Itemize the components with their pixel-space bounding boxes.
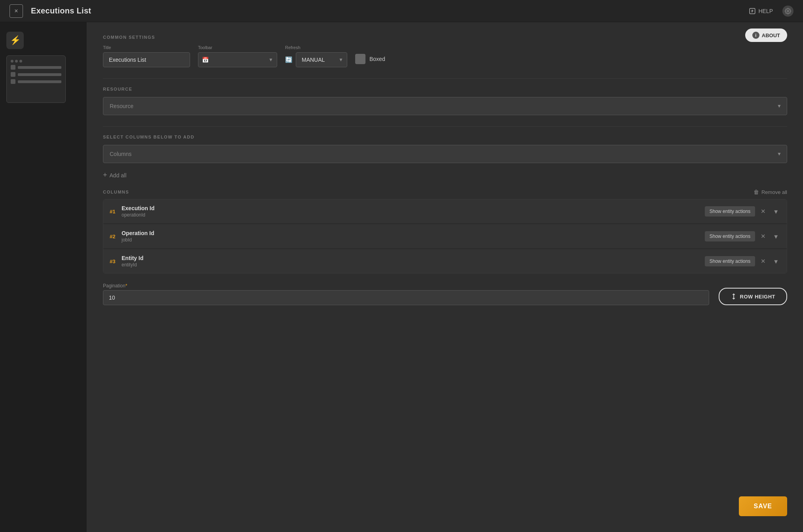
close-icon: × (14, 8, 18, 15)
refresh-field-group: Refresh 🔄 MANUAL AUTO ▼ (285, 45, 347, 67)
column-row-1: #1 Execution Id operationId Show entity … (103, 200, 787, 224)
show-entity-button-2[interactable]: Show entity actions (705, 231, 755, 241)
content-area: i ABOUT COMMON SETTINGS Title Toolbar 📅 (87, 22, 803, 532)
col-close-button-3[interactable]: ✕ (759, 257, 767, 266)
row-height-icon (731, 293, 737, 300)
preview-dot-1 (11, 60, 13, 63)
col-actions-1: Show entity actions ✕ ▼ (705, 206, 780, 217)
preview-dot-3 (19, 60, 22, 63)
col-field-1: operationId (122, 212, 705, 218)
col-close-button-2[interactable]: ✕ (759, 232, 767, 241)
columns-selector-row: Columns ▼ (103, 145, 787, 163)
sidebar: ⚡ (0, 22, 87, 532)
col-field-3: entityId (122, 262, 705, 268)
col-expand-button-1[interactable]: ▼ (771, 207, 780, 216)
help-icon (749, 8, 756, 15)
lightning-icon: ⚡ (10, 35, 21, 46)
col-close-button-1[interactable]: ✕ (759, 207, 767, 216)
columns-header: COLUMNS 🗑 Remove all (103, 189, 787, 195)
col-info-1: Execution Id operationId (122, 205, 705, 218)
title-input[interactable] (103, 52, 190, 67)
resource-select-wrapper: Resource ▼ (103, 97, 787, 115)
select-columns-label: SELECT COLUMNS BELOW TO ADD (103, 135, 787, 139)
pagination-input[interactable] (103, 290, 709, 305)
preview-dot-2 (15, 60, 18, 63)
page-title: Executions List (31, 6, 91, 15)
preview-line-2 (18, 73, 61, 76)
resource-section-label: RESOURCE (103, 87, 787, 91)
col-number-3: #3 (110, 258, 122, 264)
common-settings-label: COMMON SETTINGS (103, 35, 787, 40)
col-number-2: #2 (110, 234, 122, 239)
refresh-inner: 🔄 MANUAL AUTO ▼ (285, 52, 347, 67)
preview-box-2 (11, 72, 15, 77)
widget-icon: ⚡ (6, 32, 24, 49)
save-button[interactable]: SAVE (739, 496, 787, 516)
resource-select[interactable]: Resource (103, 97, 787, 115)
col-name-3: Entity Id (122, 255, 705, 261)
pagination-group: Pagination* (103, 283, 709, 305)
add-all-button[interactable]: + Add all (103, 168, 126, 182)
col-name-1: Execution Id (122, 205, 705, 211)
top-bar: × Executions List HELP (0, 0, 803, 22)
column-row-3: #3 Entity Id entityId Show entity action… (103, 249, 787, 273)
col-field-2: jobId (122, 237, 705, 243)
col-expand-button-2[interactable]: ▼ (771, 232, 780, 241)
col-number-1: #1 (110, 209, 122, 215)
columns-section: SELECT COLUMNS BELOW TO ADD Columns ▼ + … (103, 135, 787, 274)
common-settings-section: COMMON SETTINGS Title Toolbar 📅 ▼ (103, 35, 787, 67)
toolbar-select-wrapper: 📅 ▼ (198, 52, 277, 67)
toolbar-label: Toolbar (198, 45, 277, 50)
preview-line-1 (18, 66, 61, 69)
divider-1 (103, 78, 787, 79)
title-field-group: Title (103, 45, 190, 67)
about-icon: i (752, 32, 759, 39)
resource-section: RESOURCE Resource ▼ (103, 87, 787, 115)
preview-row-3 (11, 79, 61, 84)
close-button[interactable]: × (10, 4, 23, 18)
preview-box-3 (11, 79, 15, 84)
col-expand-button-3[interactable]: ▼ (771, 257, 780, 266)
help-button[interactable]: HELP (749, 8, 773, 15)
refresh-select[interactable]: MANUAL AUTO (296, 52, 347, 67)
divider-2 (103, 126, 787, 127)
boxed-group: Boxed (355, 51, 385, 67)
settings-icon[interactable] (782, 6, 793, 17)
widget-preview (6, 55, 66, 103)
col-actions-3: Show entity actions ✕ ▼ (705, 256, 780, 266)
add-all-plus-icon: + (103, 171, 107, 179)
show-entity-button-1[interactable]: Show entity actions (705, 206, 755, 217)
boxed-label: Boxed (369, 56, 385, 62)
top-bar-right: HELP (749, 6, 793, 17)
preview-box-1 (11, 65, 15, 70)
columns-select[interactable]: Columns (103, 145, 787, 163)
column-row-2: #2 Operation Id jobId Show entity action… (103, 224, 787, 249)
pagination-label: Pagination* (103, 283, 709, 289)
common-settings-row: Title Toolbar 📅 ▼ Refresh (103, 45, 787, 67)
refresh-select-wrapper: MANUAL AUTO ▼ (296, 52, 347, 67)
main-layout: ⚡ i ABOUT (0, 22, 803, 532)
refresh-icon: 🔄 (285, 56, 293, 63)
bottom-row: Pagination* ROW HEIGHT (103, 283, 787, 305)
col-actions-2: Show entity actions ✕ ▼ (705, 231, 780, 241)
column-list: #1 Execution Id operationId Show entity … (103, 199, 787, 274)
toolbar-field-group: Toolbar 📅 ▼ (198, 45, 277, 67)
row-height-button[interactable]: ROW HEIGHT (719, 288, 788, 305)
boxed-checkbox[interactable] (355, 54, 365, 64)
col-info-3: Entity Id entityId (122, 255, 705, 268)
preview-topbar (11, 60, 61, 63)
col-name-2: Operation Id (122, 230, 705, 236)
remove-all-button[interactable]: 🗑 Remove all (754, 189, 787, 195)
preview-line-3 (18, 80, 61, 83)
svg-point-1 (787, 10, 789, 12)
refresh-label: Refresh (285, 45, 347, 50)
columns-select-wrapper: Columns ▼ (103, 145, 787, 163)
preview-row-2 (11, 72, 61, 77)
title-label: Title (103, 45, 190, 50)
trash-icon: 🗑 (754, 189, 759, 195)
columns-header-label: COLUMNS (103, 190, 129, 194)
show-entity-button-3[interactable]: Show entity actions (705, 256, 755, 266)
toolbar-select[interactable] (198, 52, 277, 67)
preview-row-1 (11, 65, 61, 70)
about-button[interactable]: i ABOUT (745, 28, 787, 42)
